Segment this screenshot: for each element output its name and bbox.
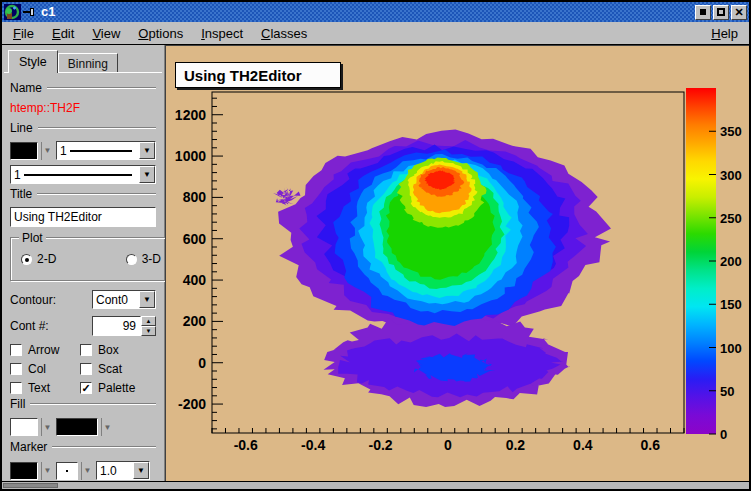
contour-count-spinbox[interactable]: 99 ▲ ▼ [92, 316, 156, 336]
maximize-button[interactable] [713, 5, 729, 20]
window-title: c1 [41, 3, 693, 21]
scrollbar-thumb[interactable] [3, 483, 58, 488]
radio-2d-label: 2-D [37, 252, 56, 266]
close-button[interactable]: ✕ [731, 5, 747, 20]
menu-classes[interactable]: Classes [252, 24, 316, 43]
x-tick-label: 0.2 [506, 437, 526, 453]
plot-groupbox: Plot 2-D 3-D [10, 237, 172, 281]
line-width-preview [24, 174, 132, 176]
histogram-name-value: htemp::TH2F [10, 101, 156, 115]
checkbox-label: Col [28, 362, 46, 376]
radio-3d-circle [126, 254, 137, 265]
y-tick-label: 200 [183, 313, 207, 329]
y-tick-label: -200 [178, 396, 206, 412]
menu-view[interactable]: View [83, 24, 129, 43]
radio-2d[interactable]: 2-D [21, 252, 56, 266]
tab-style[interactable]: Style [8, 50, 58, 73]
line-color-dropdown-arrow-icon[interactable]: ▼ [41, 142, 53, 160]
separator-line [37, 193, 156, 195]
marker-size-value: 1.0 [97, 464, 133, 478]
fill-color-dropdown-arrow-icon[interactable]: ▼ [41, 418, 53, 436]
menu-edit[interactable]: Edit [43, 24, 83, 43]
x-tick-label: -0.4 [301, 437, 325, 453]
line-width-combo[interactable]: 1 ▼ [10, 165, 156, 184]
root-canvas-window: c1 ✕ File Edit View Options Inspect Clas… [0, 0, 751, 491]
contour-combo[interactable]: Cont0 ▼ [92, 290, 156, 309]
palette-tick-label: 50 [720, 384, 734, 399]
checkbox-label: Palette [98, 381, 135, 395]
horizontal-scrollbar[interactable] [2, 481, 749, 489]
checkbox-scat[interactable]: Scat [80, 362, 156, 376]
marker-color-dropdown-arrow-icon[interactable]: ▼ [41, 462, 53, 480]
marker-label: Marker [10, 440, 52, 454]
checkbox-box [80, 363, 92, 375]
checkbox-arrow[interactable]: Arrow [10, 343, 80, 357]
contour-row: Contour: Cont0 ▼ [10, 290, 156, 309]
contour-value: Cont0 [93, 293, 139, 307]
close-icon: ✕ [734, 7, 743, 18]
line-style-combo[interactable]: 1 ▼ [56, 141, 156, 160]
title-section: Title [10, 187, 156, 227]
separator-line [47, 87, 156, 89]
titlebar[interactable]: c1 ✕ [2, 2, 749, 22]
spin-up-icon[interactable]: ▲ [141, 316, 156, 326]
window-pin-icon[interactable] [23, 7, 37, 17]
palette-tick-label: 350 [720, 124, 742, 139]
line-section: Line ▼ 1 ▼ 1 ▼ [10, 121, 156, 184]
checkbox-label: Scat [98, 362, 122, 376]
y-tick-label: 0 [198, 355, 206, 371]
palette-tick-label: 150 [720, 297, 742, 312]
marker-color-swatch[interactable] [10, 462, 38, 480]
canvas-pad[interactable]: Using TH2Editor -0.6-0.4-0.200.20.40.6-2… [165, 45, 749, 481]
maximize-icon [717, 8, 725, 16]
separator-line [52, 446, 156, 448]
checkbox-box: ✓ [80, 382, 92, 394]
combo-arrow-icon[interactable]: ▼ [139, 142, 155, 159]
histogram-title-box[interactable]: Using TH2Editor [175, 62, 341, 88]
radio-3d[interactable]: 3-D [126, 252, 161, 266]
checkbox-box-opt[interactable]: Box [80, 343, 156, 357]
y-tick-label: 800 [183, 189, 207, 205]
combo-arrow-icon[interactable]: ▼ [139, 291, 155, 308]
marker-dot-icon [66, 470, 68, 472]
menu-inspect[interactable]: Inspect [192, 24, 252, 43]
menu-help[interactable]: Help [702, 24, 747, 43]
contour-count-value[interactable]: 99 [92, 316, 141, 336]
checkbox-label: Box [98, 343, 119, 357]
checkbox-text[interactable]: Text [10, 381, 80, 395]
checkbox-col[interactable]: Col [10, 362, 80, 376]
fill-section: Fill ▼ ▼ [10, 397, 156, 436]
root-app-icon [4, 4, 21, 20]
checkbox-label: Arrow [28, 343, 59, 357]
x-tick-label: 0.6 [641, 437, 661, 453]
checkbox-box [10, 382, 22, 394]
palette-tick-label: 300 [720, 168, 742, 183]
histogram-plot[interactable]: -0.6-0.4-0.200.20.40.6-20002004006008001… [165, 45, 749, 481]
minimize-button[interactable] [695, 5, 711, 20]
x-tick-label: 0.4 [573, 437, 593, 453]
combo-arrow-icon[interactable]: ▼ [133, 462, 149, 479]
spin-down-icon[interactable]: ▼ [141, 326, 156, 336]
title-input[interactable] [10, 207, 156, 227]
fill-color-swatch[interactable] [10, 418, 38, 436]
palette-tick-label: 0 [720, 427, 727, 442]
marker-section: Marker ▼ ▼ 1.0 ▼ [10, 440, 156, 480]
line-color-swatch[interactable] [10, 142, 38, 160]
frame-fill-dropdown-arrow-icon[interactable]: ▼ [101, 418, 113, 436]
menu-options[interactable]: Options [129, 24, 192, 43]
radio-2d-circle [21, 254, 32, 265]
combo-arrow-icon[interactable]: ▼ [139, 166, 155, 183]
frame-fill-color-swatch[interactable] [56, 418, 98, 436]
y-tick-label: 1200 [175, 107, 206, 123]
marker-size-combo[interactable]: 1.0 ▼ [96, 461, 150, 480]
y-tick-label: 400 [183, 272, 207, 288]
tab-binning[interactable]: Binning [58, 53, 118, 73]
title-label: Title [10, 187, 37, 201]
menu-file[interactable]: File [4, 24, 43, 43]
marker-style-dropdown-arrow-icon[interactable]: ▼ [81, 462, 93, 480]
minimize-icon [700, 9, 706, 15]
checkbox-palette[interactable]: ✓Palette [80, 381, 156, 395]
marker-style-swatch[interactable] [56, 462, 78, 480]
name-section: Name htemp::TH2F [10, 81, 156, 115]
separator-line [30, 403, 156, 405]
